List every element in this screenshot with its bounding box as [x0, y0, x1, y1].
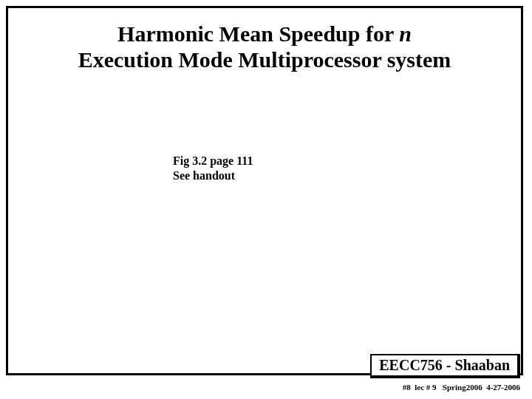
footer-course-text: EECC756 - Shaaban [379, 357, 510, 373]
figref-line2: See handout [173, 169, 235, 182]
footer-course-box: EECC756 - Shaaban [370, 354, 520, 378]
title-line1-italic: n [399, 21, 412, 46]
title-line1-prefix: Harmonic Mean Speedup for [117, 21, 399, 46]
slide-frame: Harmonic Mean Speedup for n Execution Mo… [6, 6, 523, 375]
footer-sub-text: #8 lec # 9 Spring2006 4-27-2006 [403, 383, 520, 392]
title-line2: Execution Mode Multiprocessor system [78, 47, 451, 72]
figref-line1: Fig 3.2 page 111 [173, 154, 253, 167]
figure-reference: Fig 3.2 page 111 See handout [173, 154, 253, 183]
slide-title: Harmonic Mean Speedup for n Execution Mo… [23, 21, 506, 72]
